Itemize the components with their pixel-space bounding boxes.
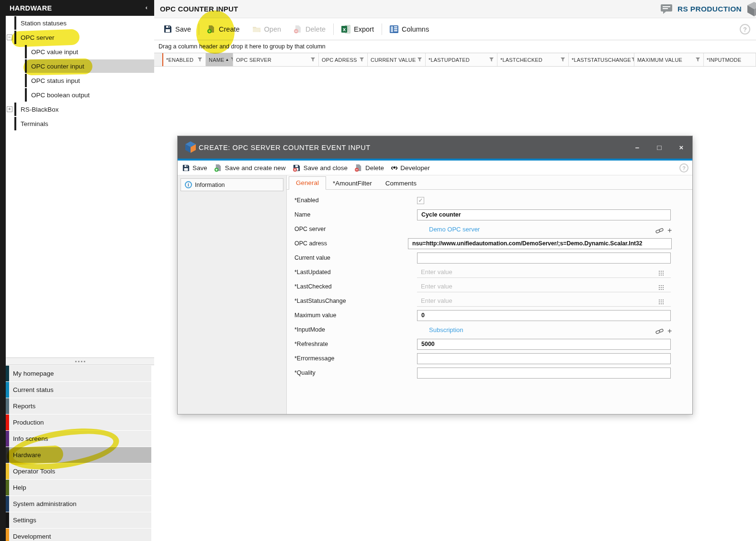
menu-item-production[interactable]: Production: [6, 414, 151, 430]
columns-button[interactable]: Columns: [385, 23, 434, 36]
dialog-titlebar[interactable]: CREATE: OPC SERVER COUNTER EVENT INPUT –…: [178, 136, 692, 159]
tree-item-opc-server[interactable]: − OPC server: [6, 30, 154, 45]
errormessage-field[interactable]: [417, 353, 671, 364]
sidebar-splitter-handle[interactable]: [6, 357, 154, 365]
menu-item-operator-tools[interactable]: Operator Tools: [6, 463, 151, 479]
column-header-lastchecked[interactable]: *LASTCHECKED: [497, 53, 569, 66]
save-label: Save: [192, 164, 207, 172]
columns-icon: [390, 25, 398, 33]
tab-amountfilter[interactable]: *AmountFilter: [326, 177, 379, 190]
collapse-expander-icon[interactable]: −: [7, 35, 12, 40]
filter-icon[interactable]: [489, 57, 494, 62]
filter-icon[interactable]: [695, 57, 700, 62]
picker-grid-icon[interactable]: [658, 299, 664, 304]
column-header-lastupdated[interactable]: *LASTUPDATED: [426, 53, 497, 66]
tree-item-label: OPC value input: [31, 48, 78, 56]
dialog-save-button[interactable]: Save: [182, 164, 207, 172]
tree-item-rs-blackbox[interactable]: + RS-BlackBox: [6, 102, 154, 116]
field-row-name: Name: [287, 207, 692, 222]
column-header-enabled[interactable]: *ENABLED: [163, 53, 206, 66]
column-header-inputmode[interactable]: *INPUTMODE: [704, 53, 756, 66]
chat-icon[interactable]: [660, 4, 673, 14]
filter-icon[interactable]: [560, 57, 565, 62]
menu-item-my-homepage[interactable]: My homepage: [6, 366, 151, 381]
dialog-developer-button[interactable]: ‹•› Developer: [391, 163, 430, 173]
create-button[interactable]: Create: [202, 22, 245, 36]
close-icon[interactable]: ×: [677, 143, 686, 151]
sidebar-collapse-icon[interactable]: ‹: [146, 4, 147, 11]
open-icon: [252, 25, 261, 33]
picker-grid-icon[interactable]: [658, 285, 664, 290]
column-header-opc-server[interactable]: OPC SERVER: [233, 53, 319, 66]
maximum-value-field[interactable]: [417, 310, 671, 321]
tab-comments[interactable]: Comments: [379, 177, 423, 190]
menu-item-label: Info screens: [13, 435, 48, 442]
maximize-icon[interactable]: □: [655, 143, 664, 151]
dialog-delete-button[interactable]: Delete: [354, 164, 384, 172]
column-header-maximum-value[interactable]: MAXIMUM VALUE: [634, 53, 704, 66]
filter-icon[interactable]: [359, 57, 364, 62]
menu-item-reports[interactable]: Reports: [6, 398, 151, 414]
column-label: CURRENT VALUE: [371, 57, 417, 63]
export-button[interactable]: x Export: [337, 22, 379, 36]
column-header-current-value[interactable]: CURRENT VALUE: [368, 53, 426, 66]
tree-item-opc-status-input[interactable]: OPC status input: [6, 73, 154, 88]
field-row-enabled: *Enabled ✓: [287, 193, 692, 207]
svg-text:x: x: [343, 26, 346, 32]
menu-item-settings[interactable]: Settings: [6, 512, 151, 528]
enabled-checkbox[interactable]: ✓: [417, 197, 424, 204]
inputmode-link[interactable]: Subscription: [417, 326, 463, 334]
picker-grid-icon[interactable]: [658, 270, 664, 276]
dialog-help-icon[interactable]: ?: [679, 163, 688, 173]
filter-icon[interactable]: [417, 57, 422, 62]
delete-button[interactable]: Delete: [289, 22, 330, 36]
dialog-save-and-close-button[interactable]: Save and close: [293, 164, 348, 172]
information-side-tab[interactable]: i Information: [181, 178, 283, 191]
page-help-icon[interactable]: ?: [740, 24, 750, 35]
menu-item-hardware[interactable]: Hardware: [6, 447, 151, 463]
tree-item-terminals[interactable]: Terminals: [6, 116, 154, 131]
expand-expander-icon[interactable]: +: [7, 106, 12, 112]
menu-item-help[interactable]: Help: [6, 480, 151, 495]
lastupdated-field[interactable]: [417, 267, 671, 278]
add-icon[interactable]: +: [667, 227, 672, 234]
open-button[interactable]: Open: [248, 23, 286, 36]
menu-item-info-screens[interactable]: Info screens: [6, 431, 151, 447]
link-icon[interactable]: [655, 227, 664, 235]
opc-adress-field[interactable]: [408, 238, 672, 249]
open-label: Open: [264, 25, 281, 33]
tree-item-opc-boolean-output[interactable]: OPC boolean output: [6, 88, 154, 102]
field-row-inputmode: *InputMode Subscription +: [287, 322, 692, 337]
column-label: NAME: [209, 57, 225, 63]
tree-item-opc-value-input[interactable]: OPC value input: [6, 45, 154, 59]
column-header-opc-adress[interactable]: OPC ADRESS: [319, 53, 368, 66]
menu-item-system-administration[interactable]: System administration: [6, 496, 151, 512]
name-field[interactable]: [417, 209, 671, 220]
current-value-field[interactable]: [417, 253, 671, 264]
tree-item-label: OPC status input: [31, 77, 80, 84]
column-header-name[interactable]: NAME ▲: [206, 53, 233, 66]
menu-item-current-status[interactable]: Current status: [6, 382, 151, 398]
dialog-save-and-create-new-button[interactable]: Save and create new: [214, 164, 286, 172]
laststatuschange-field[interactable]: [417, 296, 671, 307]
filter-icon[interactable]: [631, 57, 634, 62]
filter-icon[interactable]: [197, 57, 203, 62]
create-opc-counter-dialog: CREATE: OPC SERVER COUNTER EVENT INPUT –…: [177, 136, 693, 414]
opc-server-link[interactable]: Demo OPC server: [417, 226, 480, 233]
group-by-drop-zone[interactable]: Drag a column header and drop it here to…: [154, 40, 756, 53]
tab-general[interactable]: General: [289, 176, 326, 190]
quality-field[interactable]: [417, 368, 671, 379]
minimize-icon[interactable]: –: [633, 143, 642, 151]
add-icon[interactable]: +: [667, 327, 672, 335]
save-button[interactable]: Save: [159, 22, 196, 36]
tree-item-opc-counter-input[interactable]: OPC counter input: [6, 59, 154, 73]
checkbox-check-icon: ✓: [418, 197, 423, 203]
filter-icon[interactable]: [310, 57, 316, 62]
refreshrate-field[interactable]: [417, 339, 671, 350]
link-icon[interactable]: [655, 327, 664, 335]
tree-item-station-statuses[interactable]: Station statuses: [6, 16, 154, 30]
column-header-laststatuschange[interactable]: *LASTSTATUSCHANGE: [569, 53, 634, 66]
menu-item-development[interactable]: Development: [6, 529, 151, 541]
lastchecked-field[interactable]: [417, 281, 671, 292]
field-label: *Errormessage: [287, 355, 417, 362]
